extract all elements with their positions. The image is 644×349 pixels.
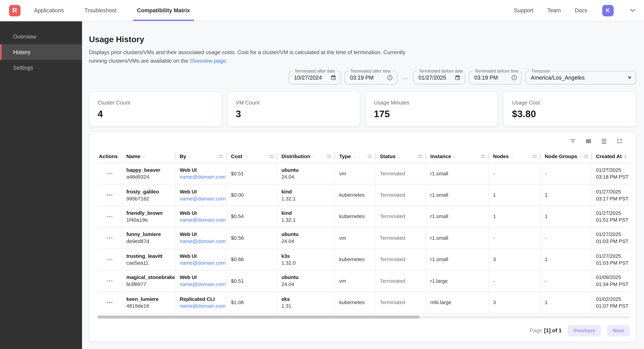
email-link[interactable]: name@domain.com [180,239,226,245]
logo-letter: R [12,7,17,14]
cell-instance: m6i.large [426,292,489,313]
column-menu-icon[interactable] [218,155,223,158]
nav-link-support[interactable]: Support [514,7,534,13]
tab-troubleshoot[interactable]: Troubleshoot [84,0,116,21]
col-header-name[interactable]: Name↑↓ [122,150,176,163]
stat-card-vm-count: VM Count 3 [227,91,360,126]
created-date: 01/09/2025 [596,275,630,280]
column-menu-icon[interactable] [418,155,422,158]
cell-instance: r1.small [426,185,489,206]
nodes-value: - [493,278,540,284]
page-description: Displays prior clusters/VMs and their as… [89,48,411,65]
nav-link-docs[interactable]: Docs [575,7,588,13]
tab-applications[interactable]: Applications [34,0,64,21]
email-link[interactable]: name@domain.com [180,217,226,223]
ellipsis-icon[interactable] [106,194,112,196]
stat-value: 3 [236,109,351,120]
created-date: 01/02/2025 [596,296,630,302]
sidebar-item-overview[interactable]: Overview [0,29,82,44]
column-menu-icon[interactable] [327,155,332,158]
stat-card-usage-minutes: Usage Minutes 175 [365,91,498,126]
cell-node-groups: - [540,163,592,184]
next-button[interactable]: Next [607,325,630,336]
dropdown-arrow-icon[interactable] [628,76,632,79]
email-link[interactable]: name@domain.com [180,303,226,309]
ellipsis-icon[interactable] [106,173,112,174]
terminated-before-time-input[interactable]: Terminated before time 03:19 PM [469,71,522,84]
cell-instance: r1.small [426,206,489,227]
table-row: trusting_leavittcae5ea11 Web UIname@doma… [97,249,630,271]
col-header-node-groups[interactable]: Node Groups↑↓ [540,150,592,163]
nodes-value: - [493,235,540,241]
type-value: kubernetes [339,300,375,305]
columns-icon[interactable] [585,137,592,144]
instance-value: r1.small [430,171,489,177]
replicated-logo[interactable]: R [9,5,20,16]
terminated-after-date-input[interactable]: Terminated after date 10/27/2024 [289,71,341,84]
density-icon[interactable] [600,137,608,144]
chevron-down-icon[interactable] [617,8,636,12]
cluster-id: fe3f8977 [126,282,175,287]
email-link[interactable]: name@domain.com [180,174,226,180]
horizontal-scrollbar[interactable] [97,315,630,319]
table: Actions Name↑↓ By↑↓ Cost↑↓ Distribution↑… [90,150,636,313]
cell-status: Terminated [376,292,426,313]
ellipsis-icon[interactable] [106,237,112,239]
sidebar-item-settings[interactable]: Settings [0,60,82,75]
status-badge: Terminated [380,278,426,284]
cell-actions [97,292,122,313]
sidebar-item-label: History [13,49,30,55]
email-link[interactable]: name@domain.com [180,260,226,266]
tab-compatibility-matrix[interactable]: Compatibility Matrix [137,0,190,21]
clock-icon[interactable] [387,75,393,81]
filter-icon[interactable] [569,137,576,144]
cell-created-at: 01/09/202501:34 PM PST [592,271,630,292]
col-header-nodes[interactable]: Nodes↑↓ [489,150,540,163]
calendar-icon[interactable] [330,75,336,81]
terminated-after-time-input[interactable]: Terminated after time 03:19 PM [344,71,398,84]
email-link[interactable]: name@domain.com [180,196,226,201]
ellipsis-icon[interactable] [106,280,112,282]
column-menu-icon[interactable] [481,155,485,158]
ellipsis-icon[interactable] [106,302,112,303]
column-menu-icon[interactable] [532,155,537,158]
cell-actions [97,206,122,227]
sort-icon: ↑↓ [352,154,355,158]
avatar[interactable]: K [602,5,614,16]
column-menu-icon[interactable] [269,155,274,158]
cell-by: Web UIname@domain.com [176,249,227,270]
usage-history-table-card: Actions Name↑↓ By↑↓ Cost↑↓ Distribution↑… [89,131,636,342]
col-header-instance[interactable]: Instance↑↓ [426,150,489,163]
column-menu-icon[interactable] [368,155,372,158]
ellipsis-icon[interactable] [106,216,112,217]
cell-node-groups: 1 [540,206,592,227]
col-header-status[interactable]: Status↑↓ [376,150,426,163]
col-header-created-at[interactable]: Created At↓ [592,150,630,163]
scrollbar-thumb[interactable] [98,316,420,319]
calendar-icon[interactable] [454,75,460,81]
cell-node-groups: - [540,271,592,292]
col-header-cost[interactable]: Cost↑↓ [227,150,277,163]
field-value: 01/27/2025 [418,75,452,81]
cell-status: Terminated [376,249,426,270]
sidebar-item-history[interactable]: History [0,44,82,60]
avatar-initial: K [606,7,610,13]
nodes-value: 3 [493,257,540,262]
timezone-select[interactable]: Timezone America/Los_Angeles [526,71,636,84]
distribution-name: ubuntu [281,232,335,238]
terminated-before-date-input[interactable]: Terminated before date 01/27/2025 [413,71,465,84]
col-header-type[interactable]: Type↑↓ [335,150,376,163]
email-link[interactable]: name@domain.com [180,282,226,287]
ellipsis-icon[interactable] [106,259,112,260]
previous-button[interactable]: Previous [568,325,601,336]
fullscreen-icon[interactable] [616,137,623,144]
cell-type: vm [335,271,376,292]
column-label: Instance [430,153,451,159]
nav-link-team[interactable]: Team [547,7,561,13]
column-menu-icon[interactable] [584,155,588,158]
clock-icon[interactable] [511,75,517,81]
col-header-distribution[interactable]: Distribution↑↓ [277,150,335,163]
tab-label: Applications [34,7,64,13]
col-header-by[interactable]: By↑↓ [176,150,227,163]
overview-page-link[interactable]: Overview page [190,57,226,64]
